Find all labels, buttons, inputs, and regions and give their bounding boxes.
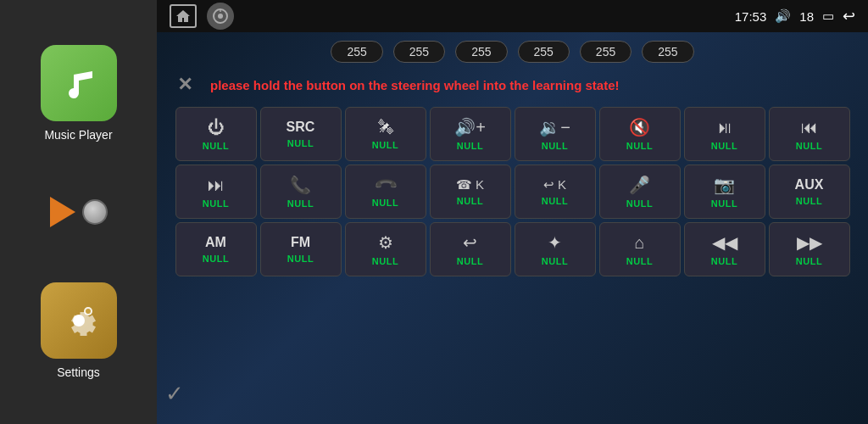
music-app-icon xyxy=(41,45,117,121)
settings-row xyxy=(50,197,108,227)
prev-track-icon: ⏮ xyxy=(801,118,818,137)
status-left xyxy=(170,3,234,30)
value-pills-row: 255 255 255 255 255 255 xyxy=(165,41,860,63)
power-icon: ⏻ xyxy=(208,118,225,137)
mute-icon: 🔇 xyxy=(629,117,650,137)
bluetooth-label: NULL xyxy=(542,256,568,266)
src-icon: SRC xyxy=(287,120,315,135)
camera-icon: 📷 xyxy=(714,175,735,195)
settings-button[interactable]: ⚙ NULL xyxy=(345,222,426,276)
button-row-3: AM NULL FM NULL ⚙ NULL ↩ NULL ✦ NULL ⌂ N… xyxy=(165,222,860,276)
mute-button[interactable]: 🔇 NULL xyxy=(599,107,681,161)
settings-icon: ⚙ xyxy=(378,232,393,253)
call-button[interactable]: 📞 NULL xyxy=(260,165,342,219)
call-k-icon: ☎ K xyxy=(456,177,484,192)
aux-icon: AUX xyxy=(795,177,824,192)
volume-icon: 🔊 xyxy=(775,8,791,24)
button-row-2: ⏭ NULL 📞 NULL 📞 NULL ☎ K NULL ↩ K NULL 🎤 xyxy=(165,165,860,219)
volume-level: 18 xyxy=(799,9,814,24)
back-icon: ↩ xyxy=(463,232,477,253)
play-pause-button[interactable]: ⏯ NULL xyxy=(684,107,765,161)
src-button[interactable]: SRC NULL xyxy=(260,107,342,161)
vol-down-label: NULL xyxy=(542,141,568,151)
radio-button[interactable] xyxy=(207,3,234,30)
camera-label: NULL xyxy=(711,198,737,209)
mic-icon: 🎤 xyxy=(629,175,650,195)
mute-label: NULL xyxy=(626,141,653,151)
svg-point-1 xyxy=(86,309,91,314)
value-pill-4: 255 xyxy=(518,41,570,63)
rewind-icon: ◀◀ xyxy=(712,232,737,253)
sidebar: Music Player Settings xyxy=(0,0,157,424)
fm-icon: FM xyxy=(291,235,310,250)
vol-up-button[interactable]: 🔊+ NULL xyxy=(430,107,511,161)
sidebar-item-music[interactable]: Music Player xyxy=(41,45,117,142)
mic-label: NULL xyxy=(626,198,653,209)
value-pill-6: 255 xyxy=(642,41,693,63)
aux-button[interactable]: AUX NULL xyxy=(769,165,850,219)
call-k-label: NULL xyxy=(457,196,483,206)
cancel-button[interactable]: ✕ xyxy=(170,70,200,100)
call-icon: 📞 xyxy=(290,175,311,195)
call-label: NULL xyxy=(287,198,314,209)
value-pill-3: 255 xyxy=(455,41,507,63)
call-k-button[interactable]: ☎ K NULL xyxy=(430,165,511,219)
am-button[interactable]: AM NULL xyxy=(175,222,257,276)
fast-forward-button[interactable]: ▶▶ NULL xyxy=(769,222,850,276)
home-ctrl-button[interactable]: ⌂ NULL xyxy=(599,222,681,276)
fast-forward-icon: ▶▶ xyxy=(797,232,822,253)
clock: 17:53 xyxy=(735,9,767,24)
next-track-button[interactable]: ⏭ NULL xyxy=(175,165,257,219)
settings-app-label: Settings xyxy=(57,365,100,379)
settings-app-icon xyxy=(41,282,117,359)
fast-forward-label: NULL xyxy=(796,256,822,266)
arrow-indicator xyxy=(50,197,75,227)
hang-up-button[interactable]: 📞 NULL xyxy=(345,165,426,219)
bluetooth-icon: ✦ xyxy=(548,232,562,253)
button-grid: ⏻ NULL SRC NULL 🛰 NULL 🔊+ NULL 🔉− NULL 🔇 xyxy=(165,107,860,276)
camera-button[interactable]: 📷 NULL xyxy=(684,165,765,219)
home-button[interactable] xyxy=(170,4,197,28)
settings-label: NULL xyxy=(372,256,398,266)
prev-track-button[interactable]: ⏮ NULL xyxy=(769,107,850,161)
hang-up-icon: 📞 xyxy=(372,171,398,198)
sidebar-item-settings[interactable]: Settings xyxy=(41,282,117,379)
hang-k-button[interactable]: ↩ K NULL xyxy=(515,165,596,219)
play-pause-icon: ⏯ xyxy=(716,118,733,137)
vol-down-button[interactable]: 🔉− NULL xyxy=(515,107,596,161)
hang-up-label: NULL xyxy=(372,198,398,208)
main-content: 255 255 255 255 255 255 ✕ please hold th… xyxy=(157,32,868,424)
mic-button[interactable]: 🎤 NULL xyxy=(599,165,681,219)
fm-label: NULL xyxy=(287,254,314,264)
aux-label: NULL xyxy=(796,196,822,206)
status-bar: 17:53 🔊 18 ▭ ↩ xyxy=(157,0,868,32)
instruction-text: please hold the button on the steering w… xyxy=(210,78,855,92)
status-right: 17:53 🔊 18 ▭ ↩ xyxy=(735,7,855,25)
home-ctrl-label: NULL xyxy=(626,256,653,266)
confirm-button[interactable]: ✓ xyxy=(165,381,184,407)
knob[interactable] xyxy=(82,199,108,225)
value-pill-1: 255 xyxy=(331,41,382,63)
signal-icon: ▭ xyxy=(822,8,834,24)
back-label: NULL xyxy=(457,256,483,266)
fm-button[interactable]: FM NULL xyxy=(260,222,342,276)
vol-up-icon: 🔊+ xyxy=(454,117,486,137)
rewind-label: NULL xyxy=(711,256,737,266)
am-icon: AM xyxy=(205,235,226,250)
music-app-label: Music Player xyxy=(44,128,112,142)
value-pill-2: 255 xyxy=(393,41,445,63)
home-ctrl-icon: ⌂ xyxy=(634,233,644,253)
power-label: NULL xyxy=(203,141,229,151)
back-button[interactable]: ↩ NULL xyxy=(430,222,511,276)
am-label: NULL xyxy=(203,254,229,264)
power-button[interactable]: ⏻ NULL xyxy=(175,107,257,161)
vol-up-label: NULL xyxy=(457,141,483,151)
back-icon[interactable]: ↩ xyxy=(843,7,855,25)
value-pill-5: 255 xyxy=(580,41,632,63)
next-track-label: NULL xyxy=(203,198,229,209)
src-label: NULL xyxy=(287,138,314,148)
play-pause-label: NULL xyxy=(711,141,737,151)
gps-button[interactable]: 🛰 NULL xyxy=(345,107,426,161)
bluetooth-button[interactable]: ✦ NULL xyxy=(515,222,596,276)
rewind-button[interactable]: ◀◀ NULL xyxy=(684,222,765,276)
